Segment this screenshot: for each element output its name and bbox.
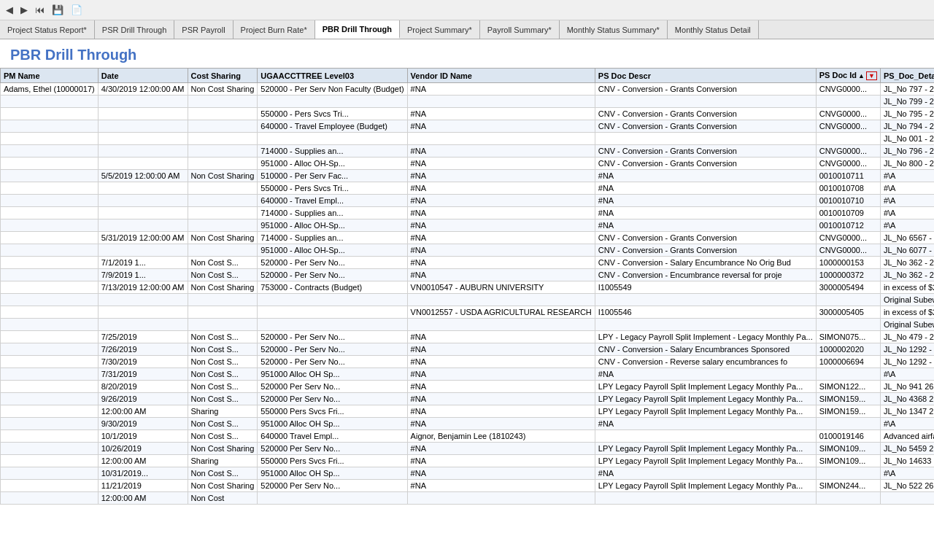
cell-29-0	[1, 443, 99, 455]
cell-18-5: I1005546	[595, 306, 816, 319]
cell-8-6: 0010010708	[816, 182, 880, 195]
table-row: 7/25/2019Non Cost S...520000 - Per Serv …	[1, 331, 935, 343]
cell-4-4	[407, 133, 595, 145]
cell-3-2	[188, 120, 258, 133]
col-header-3[interactable]: UGAACCTTREE Level03	[258, 69, 407, 83]
tab-project-summary-[interactable]: Project Summary*	[400, 20, 480, 39]
cell-6-6: CNVG0000...	[816, 158, 880, 170]
cell-12-7: JL_No 6567 - 2...	[880, 232, 934, 244]
cell-1-2	[188, 96, 258, 108]
cell-31-3: 951000 Alloc OH Sp...	[258, 467, 407, 480]
cell-30-6: SIMON109...	[816, 455, 880, 467]
cell-0-0: Adams, Ethel (10000017)	[1, 83, 99, 96]
cell-28-4: Aignor, Benjamin Lee (1810243)	[407, 430, 595, 443]
cell-14-1: 7/1/2019 1...	[98, 257, 188, 269]
table-row: 8/20/2019Non Cost S...520000 Per Serv No…	[1, 381, 935, 393]
cell-7-3: 510000 - Per Serv Fac...	[258, 170, 407, 182]
cell-25-1: 9/26/2019	[98, 393, 188, 405]
cell-1-3	[258, 96, 407, 108]
cell-17-3	[258, 294, 407, 306]
cell-11-1	[98, 219, 188, 232]
cell-32-0	[1, 480, 99, 492]
save-button[interactable]: 💾	[49, 3, 66, 17]
col-header-2[interactable]: Cost Sharing	[188, 69, 258, 83]
col-header-0[interactable]: PM Name	[1, 69, 99, 83]
cell-21-3: 520000 - Per Serv No...	[258, 343, 407, 356]
cell-12-4: #NA	[407, 232, 595, 244]
cell-10-0	[1, 207, 99, 219]
cell-23-1: 7/31/2019	[98, 368, 188, 381]
cell-32-4: #NA	[407, 480, 595, 492]
cell-7-7: #\A	[880, 170, 934, 182]
col-header-6[interactable]: PS Doc Id▲▼	[816, 69, 880, 83]
cell-2-2	[188, 108, 258, 120]
cell-30-0	[1, 455, 99, 467]
tab-project-burn-rate-[interactable]: Project Burn Rate*	[234, 20, 315, 39]
cell-10-6: 0010010709	[816, 207, 880, 219]
back-button[interactable]: ◀	[3, 3, 16, 17]
cell-29-1: 10/26/2019	[98, 443, 188, 455]
table-row: 640000 - Travel Employee (Budget)#NACNV …	[1, 120, 935, 133]
cell-4-3	[258, 133, 407, 145]
tab-psr-payroll[interactable]: PSR Payroll	[174, 20, 233, 39]
col-header-1[interactable]: Date	[98, 69, 188, 83]
cell-21-7: JL_No 1292 - 2...	[880, 343, 934, 356]
table-row: 10/31/2019...Non Cost S...951000 Alloc O…	[1, 467, 935, 480]
cell-15-7: JL_No 362 - 26...	[880, 269, 934, 281]
table-row: 12:00:00 AMSharing550000 Pers Svcs Fri..…	[1, 455, 935, 467]
cell-19-3	[258, 319, 407, 331]
tab-psr-drill-through[interactable]: PSR Drill Through	[95, 20, 174, 39]
cell-10-5: #NA	[595, 207, 816, 219]
cell-21-1: 7/26/2019	[98, 343, 188, 356]
cell-33-6	[816, 492, 880, 505]
cell-15-6: 1000000372	[816, 269, 880, 281]
cell-30-4: #NA	[407, 455, 595, 467]
cell-19-2	[188, 319, 258, 331]
cell-1-6	[816, 96, 880, 108]
cell-6-7: JL_No 800 - 26...	[880, 158, 934, 170]
cell-4-1	[98, 133, 188, 145]
cell-14-0	[1, 257, 99, 269]
tab-monthly-status-summary-[interactable]: Monthly Status Summary*	[560, 20, 668, 39]
col-header-4[interactable]: Vendor ID Name	[407, 69, 595, 83]
cell-12-5: CNV - Conversion - Grants Conversion	[595, 232, 816, 244]
forward-button[interactable]: ▶	[18, 3, 31, 17]
cell-13-3: 951000 - Alloc OH-Sp...	[258, 244, 407, 257]
tab-pbr-drill-through[interactable]: PBR Drill Through	[315, 20, 400, 39]
col-header-5[interactable]: PS Doc Descr	[595, 69, 816, 83]
cell-4-0	[1, 133, 99, 145]
cell-25-2: Non Cost S...	[188, 393, 258, 405]
cell-10-7: #\A	[880, 207, 934, 219]
cell-21-2: Non Cost S...	[188, 343, 258, 356]
cell-12-2: Non Cost Sharing	[188, 232, 258, 244]
cell-22-2: Non Cost S...	[188, 356, 258, 368]
cell-28-2: Non Cost S...	[188, 430, 258, 443]
tab-project-status-report-[interactable]: Project Status Report*	[0, 20, 95, 39]
cell-26-6: SIMON159...	[816, 405, 880, 418]
cell-30-3: 550000 Pers Svcs Fri...	[258, 455, 407, 467]
cell-16-2: Non Cost Sharing	[188, 281, 258, 294]
cell-14-6: 1000000153	[816, 257, 880, 269]
table-row: 640000 - Travel Empl...#NA#NA0010010710#…	[1, 195, 935, 207]
cell-27-6	[816, 418, 880, 430]
cell-15-1: 7/9/2019 1...	[98, 269, 188, 281]
cell-23-4: #NA	[407, 368, 595, 381]
table-row: Original Subew...$0.00$25,000.00$0.00($2…	[1, 319, 935, 331]
print-button[interactable]: 📄	[68, 3, 85, 17]
cell-26-2: Sharing	[188, 405, 258, 418]
cell-16-4: VN0010547 - AUBURN UNIVERSITY	[407, 281, 595, 294]
cell-31-0	[1, 467, 99, 480]
cell-9-5: #NA	[595, 195, 816, 207]
tab-payroll-summary-[interactable]: Payroll Summary*	[480, 20, 560, 39]
cell-18-7: in excess of $2...	[880, 306, 934, 319]
home-button[interactable]: ⏮	[32, 3, 47, 17]
cell-8-2	[188, 182, 258, 195]
tab-monthly-status-detail[interactable]: Monthly Status Detail	[668, 20, 759, 39]
cell-22-1: 7/30/2019	[98, 356, 188, 368]
col-header-7[interactable]: PS_Doc_Detail...	[880, 69, 934, 83]
tabbar: Project Status Report*PSR Drill ThroughP…	[0, 20, 934, 39]
table-row: 951000 - Alloc OH-Sp...#NA#NA0010010712#…	[1, 219, 935, 232]
table-row: 7/1/2019 1...Non Cost S...520000 - Per S…	[1, 257, 935, 269]
table-row: JL_No 001 - 26...$0.00$0.00$192.60($1	[1, 133, 935, 145]
cell-1-7: JL_No 799 - 26...	[880, 96, 934, 108]
